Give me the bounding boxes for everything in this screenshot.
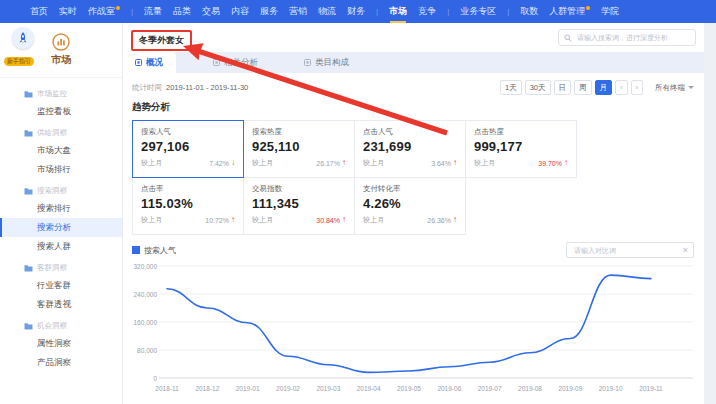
metric-card-点击人气[interactable]: 点击人气231,699较上月3.64%↑ <box>354 120 466 178</box>
nav-item-流量[interactable]: 流量 <box>144 0 162 23</box>
change-percent: 30.84% <box>316 217 340 224</box>
compare-label: 较上月 <box>141 215 162 225</box>
date-range-value[interactable]: 2019-11-01 - 2019-11-30 <box>166 83 248 92</box>
range-button-30天[interactable]: 30天 <box>525 80 551 95</box>
metric-name: 支付转化率 <box>363 184 457 194</box>
search-input[interactable] <box>575 33 690 42</box>
metric-card-交易指数[interactable]: 交易指数111,345较上月30.84%↑ <box>243 177 355 235</box>
compare-word-input[interactable] <box>572 246 680 255</box>
nav-item-label: 实时 <box>59 5 77 18</box>
nav-item-业务专区[interactable]: 业务专区 <box>460 0 496 23</box>
arrow-up-icon: ↑ <box>453 159 457 167</box>
nav-item-首页[interactable]: 首页 <box>30 0 48 23</box>
range-button-日[interactable]: 日 <box>554 80 572 95</box>
rocket-icon[interactable] <box>12 27 34 49</box>
change-percent: 7.42% <box>209 160 229 167</box>
keyword-search-box[interactable] <box>558 29 696 46</box>
sidebar-group: 市场监控监控看板 <box>0 85 122 121</box>
tab-类目构成[interactable]: 类目构成 <box>291 52 362 73</box>
nav-item-学院[interactable]: 学院 <box>601 0 619 23</box>
assistant-badge[interactable]: 新手指引 <box>4 57 34 66</box>
compare-word-box[interactable]: × <box>566 242 694 258</box>
nav-item-交易[interactable]: 交易 <box>202 0 220 23</box>
nav-item-label: 服务 <box>260 5 278 18</box>
sidebar-menu: 市场监控监控看板供给洞察市场大盘市场排行搜索洞察搜索排行搜索分析搜索人群客群洞察… <box>0 78 122 372</box>
nav-item-人群管理[interactable]: 人群管理 <box>549 0 590 23</box>
metric-card-支付转化率[interactable]: 支付转化率4.26%较上月26.36%↑ <box>354 177 466 235</box>
sidebar-item-属性洞察[interactable]: 属性洞察 <box>0 334 122 353</box>
clear-icon[interactable]: × <box>683 246 688 255</box>
change-percent: 26.36% <box>427 217 451 224</box>
nav-item-市场[interactable]: 市场 <box>389 0 407 23</box>
sidebar-item-搜索排行[interactable]: 搜索排行 <box>0 199 122 218</box>
tab-label: 类目构成 <box>315 57 349 69</box>
metric-card-搜索人气[interactable]: 搜索人气297,106较上月7.42%↓ <box>132 120 244 178</box>
y-tick-label: 240,000 <box>134 291 158 298</box>
sidebar-item-行业客群[interactable]: 行业客群 <box>0 276 122 295</box>
nav-item-取数[interactable]: 取数 <box>520 0 538 23</box>
metric-card-点击率[interactable]: 点击率115.03%较上月10.72%↑ <box>132 177 244 235</box>
nav-item-服务[interactable]: 服务 <box>260 0 278 23</box>
tab-label: 相关分析 <box>224 57 258 69</box>
stat-time-label: 统计时间 <box>132 83 162 93</box>
compare-label: 较上月 <box>252 215 273 225</box>
nav-item-物流[interactable]: 物流 <box>318 0 336 23</box>
x-tick-label: 2019-02 <box>276 385 300 392</box>
compare-label: 较上月 <box>252 158 273 168</box>
content-panel: 统计时间 2019-11-01 - 2019-11-30 1天30天日周月‹›所… <box>122 73 704 404</box>
market-icon <box>52 33 70 51</box>
sidebar-item-客群透视[interactable]: 客群透视 <box>0 295 122 314</box>
nav-item-label: 取数 <box>520 5 538 18</box>
sidebar-item-搜索人群[interactable]: 搜索人群 <box>0 237 122 256</box>
arrow-up-icon: ↑ <box>564 159 568 167</box>
nav-item-内容[interactable]: 内容 <box>231 0 249 23</box>
terminal-select[interactable]: 所有终端 <box>655 83 694 93</box>
tab-相关分析[interactable]: 相关分析 <box>200 52 271 73</box>
y-tick-label: 80,000 <box>137 347 157 354</box>
next-page-button[interactable]: › <box>631 80 644 95</box>
nav-item-营销[interactable]: 营销 <box>289 0 307 23</box>
x-tick-label: 2018-12 <box>195 385 219 392</box>
x-tick-label: 2019-11 <box>639 385 663 392</box>
top-nav-items: 首页实时作战室|流量品类交易内容服务营销物流财务|市场竞争|业务专区|取数人群管… <box>30 0 619 23</box>
x-tick-label: 2019-08 <box>518 385 542 392</box>
nav-item-作战室[interactable]: 作战室 <box>88 0 120 23</box>
sidebar-item-市场大盘[interactable]: 市场大盘 <box>0 141 122 160</box>
nav-item-label: 物流 <box>318 5 336 18</box>
nav-item-实时[interactable]: 实时 <box>59 0 77 23</box>
folder-icon <box>24 264 33 272</box>
nav-item-label: 品类 <box>173 5 191 18</box>
assistant-widget[interactable]: 新手指引 <box>4 27 50 67</box>
metric-name: 点击人气 <box>363 127 457 137</box>
x-tick-label: 2018-11 <box>155 385 179 392</box>
tab-概况[interactable]: 概况 <box>122 52 176 73</box>
top-nav: 首页实时作战室|流量品类交易内容服务营销物流财务|市场竞争|业务专区|取数人群管… <box>0 0 716 23</box>
filter-row: 统计时间 2019-11-01 - 2019-11-30 1天30天日周月‹›所… <box>122 73 704 98</box>
section-title: 趋势分析 <box>122 98 704 120</box>
nav-item-label: 业务专区 <box>460 5 496 18</box>
metric-card-搜索热度[interactable]: 搜索热度925,110较上月26.17%↑ <box>243 120 355 178</box>
sidebar-group: 供给洞察市场大盘市场排行 <box>0 124 122 179</box>
legend-label: 搜索人气 <box>144 245 176 256</box>
nav-item-竞争[interactable]: 竞争 <box>418 0 436 23</box>
sidebar-item-产品洞察[interactable]: 产品洞察 <box>0 353 122 372</box>
range-button-月[interactable]: 月 <box>595 80 613 95</box>
sidebar-item-搜索分析[interactable]: 搜索分析 <box>0 218 122 237</box>
metric-value: 4.26% <box>363 196 457 211</box>
x-tick-label: 2019-07 <box>478 385 502 392</box>
keyword-highlight-box[interactable]: 冬季外套女 <box>131 30 192 51</box>
nav-item-财务[interactable]: 财务 <box>347 0 365 23</box>
nav-item-label: 作战室 <box>88 5 115 18</box>
sidebar-item-市场排行[interactable]: 市场排行 <box>0 160 122 179</box>
prev-page-button[interactable]: ‹ <box>615 80 628 95</box>
arrow-up-icon: ↑ <box>453 216 457 224</box>
nav-item-品类[interactable]: 品类 <box>173 0 191 23</box>
metric-compare: 较上月7.42%↓ <box>141 158 235 168</box>
metric-name: 搜索人气 <box>141 127 235 137</box>
sycm-market-dashboard: 首页实时作战室|流量品类交易内容服务营销物流财务|市场竞争|业务专区|取数人群管… <box>0 0 716 404</box>
sidebar-title: 市场 <box>51 53 71 67</box>
range-button-周[interactable]: 周 <box>574 80 592 95</box>
range-button-1天[interactable]: 1天 <box>500 80 522 95</box>
metric-card-点击热度[interactable]: 点击热度999,177较上月39.70%↑ <box>465 120 577 178</box>
sidebar-item-监控看板[interactable]: 监控看板 <box>0 102 122 121</box>
